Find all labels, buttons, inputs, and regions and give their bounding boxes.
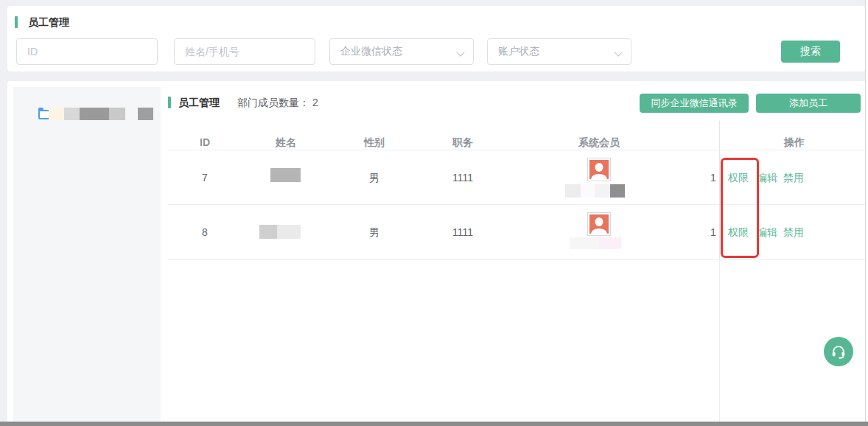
id-input[interactable] <box>16 38 158 65</box>
redacted-name <box>270 168 301 182</box>
clipped-number: 1 <box>710 172 716 184</box>
avatar-person-icon <box>589 214 609 234</box>
add-employee-button[interactable]: 添加员工 <box>756 94 861 113</box>
redacted-text <box>595 184 610 198</box>
redacted-text <box>80 108 109 120</box>
fixed-column-divider <box>719 121 720 259</box>
member-avatar <box>587 212 611 236</box>
redacted-text <box>581 184 595 198</box>
col-header-actions: 操作 <box>784 136 805 150</box>
cell-gender: 男 <box>369 172 379 185</box>
redacted-name <box>259 225 277 239</box>
redacted-name <box>277 225 301 239</box>
headset-icon <box>830 343 847 360</box>
account-status-placeholder: 账户状态 <box>498 45 539 58</box>
col-header-duty: 职务 <box>452 136 473 150</box>
member-avatar <box>587 158 611 181</box>
cell-duty: 1111 <box>452 226 473 238</box>
edit-link[interactable]: 编辑 <box>757 226 777 240</box>
permission-link[interactable]: 权限 <box>728 172 749 185</box>
search-button[interactable]: 搜索 <box>781 41 840 63</box>
redacted-text <box>565 184 581 198</box>
account-status-select[interactable]: 账户状态 <box>487 38 631 65</box>
table-divider <box>168 259 865 260</box>
support-fab-button[interactable] <box>824 337 853 366</box>
col-header-id: ID <box>200 136 210 148</box>
section-accent-bar <box>15 16 18 28</box>
redacted-text <box>570 237 599 249</box>
panel-title: 员工管理 <box>178 96 220 109</box>
col-header-gender: 性别 <box>364 136 385 150</box>
edit-link[interactable]: 编辑 <box>757 172 777 185</box>
col-header-member: 系统会员 <box>578 136 620 150</box>
table-divider <box>168 150 865 150</box>
department-tree-panel <box>13 87 161 426</box>
sync-wechat-contacts-button[interactable]: 同步企业微信通讯录 <box>640 94 749 113</box>
table-divider <box>168 204 865 205</box>
chevron-down-icon <box>615 49 621 55</box>
chevron-down-icon <box>458 49 463 55</box>
cell-id: 8 <box>202 226 208 238</box>
horizontal-scrollbar[interactable] <box>0 422 868 426</box>
cell-duty: 1111 <box>452 172 473 184</box>
avatar-person-icon <box>589 160 609 179</box>
redacted-text <box>49 108 64 120</box>
filter-card: 员工管理 企业微信状态 账户状态 搜索 <box>7 6 865 71</box>
clipped-number: 1 <box>710 226 716 238</box>
wechat-status-placeholder: 企业微信状态 <box>340 45 402 58</box>
redacted-text <box>599 237 621 249</box>
disable-link[interactable]: 禁用 <box>783 172 804 185</box>
name-phone-input[interactable] <box>174 38 315 65</box>
redacted-text <box>64 108 80 120</box>
redacted-text <box>610 184 625 198</box>
page-title: 员工管理 <box>28 15 69 29</box>
cell-gender: 男 <box>369 226 379 240</box>
redacted-text <box>109 108 125 120</box>
wechat-status-select[interactable]: 企业微信状态 <box>329 38 474 65</box>
cell-id: 7 <box>202 172 208 184</box>
redacted-text <box>138 108 153 120</box>
disable-link[interactable]: 禁用 <box>783 226 804 240</box>
employee-panel: 员工管理 部门成员数量： 2 同步企业微信通讯录 添加员工 ID 姓名 性别 职… <box>7 81 865 426</box>
member-count-label: 部门成员数量： 2 <box>237 97 318 110</box>
panel-accent-bar <box>168 97 171 108</box>
col-header-name: 姓名 <box>276 136 296 150</box>
permission-link[interactable]: 权限 <box>728 226 749 240</box>
